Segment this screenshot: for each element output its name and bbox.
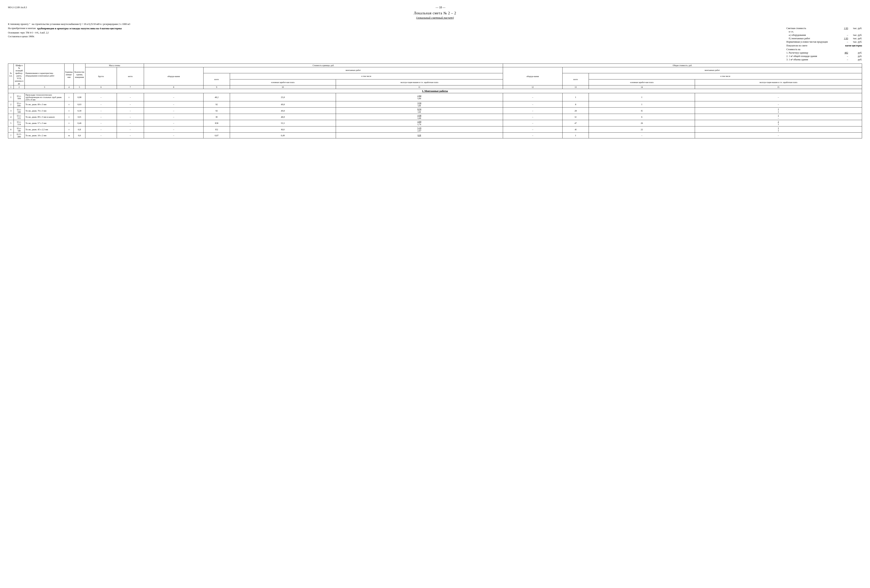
cell-code: I2-у-500- — [14, 101, 25, 107]
th-mass-group: Масса тонны — [85, 64, 144, 67]
cell-exploit: 3,56I,8I — [336, 101, 503, 107]
th-total-incl-label: в том числе — [589, 73, 862, 79]
cell-brutto: – — [85, 107, 117, 114]
cell-unit: т — [64, 120, 74, 126]
montaj-unit: тыс. руб. — [848, 37, 862, 40]
cost-per-label: Стоимость на — [787, 48, 862, 51]
cell-total-equip: – — [503, 93, 562, 101]
cell-total-exploit: II — [695, 126, 862, 132]
table-row: 2 I2-у-500- То же, диам. 89 х 3 мм т 0,0… — [8, 101, 862, 107]
cell-code: I2-у-514 — [14, 120, 25, 126]
cell-total-all: I2 — [562, 114, 589, 120]
cell-code: I2-у-504 — [14, 93, 25, 101]
th-n10: 10 — [230, 85, 336, 89]
equip-sub-label: а.) оборудования — [787, 34, 836, 37]
th-name: Наименование и характеристика оборудован… — [25, 64, 64, 85]
cell-total-wage: I5 — [589, 107, 695, 114]
basis-line1: Основание: черт. ТМ 4-I ÷ 4-6, Альб. 2,I — [8, 31, 787, 34]
cell-num: 4 — [8, 114, 14, 120]
cell-total-equip: – — [503, 120, 562, 126]
th-montaj-works: монтажных работ — [203, 67, 503, 73]
th-n14: 14 — [589, 85, 695, 89]
info-block: На приобретение и монтаж трубопроводов и… — [8, 27, 862, 61]
cell-brutto: – — [85, 101, 117, 107]
cell-exploit: 8,56I,8I — [336, 107, 503, 114]
th-unit-cost-group: Стоимость единицы. руб. — [144, 64, 503, 67]
per2-unit: руб. — [848, 55, 862, 58]
cell-qty: 0,II — [74, 126, 85, 132]
cell-unit: т — [64, 126, 74, 132]
cell-total-exploit: – — [695, 93, 862, 101]
th-incl-label: в том числе — [230, 73, 503, 79]
cell-name: То же, диам. 76 х 3 мм — [25, 107, 64, 114]
cell-total-equip: – — [503, 101, 562, 107]
cell-cost-all: I52 — [203, 126, 230, 132]
th-unit: Единица измере-ния — [64, 64, 74, 85]
cell-total-wage: – — [589, 132, 695, 138]
table-row: 3 I2-у-500 То же, диам. 76 х 3 мм т 0,30… — [8, 107, 862, 114]
cell-cost-all: 48,2 — [203, 93, 230, 101]
cell-cost-equip: – — [144, 114, 203, 120]
cell-netto: – — [117, 107, 144, 114]
equip-label: в т.ч. — [787, 30, 862, 33]
th-n3: 3 — [25, 85, 64, 89]
cell-unit: т — [64, 101, 74, 107]
cell-netto: – — [117, 114, 144, 120]
cell-cost-all: IO8 — [203, 120, 230, 126]
cell-qty: 0,46 — [74, 120, 85, 126]
title-section: Локальная смета № 2 – 2 (локальный сметн… — [8, 11, 862, 19]
cell-exploit: 2,84I,84 — [336, 93, 503, 101]
cell-total-wage: 22 — [589, 126, 695, 132]
cell-exploit: 5,292,67 — [336, 126, 503, 132]
cell-total-all: I — [562, 132, 589, 138]
th-qty: Количество единиц измерения — [74, 64, 85, 85]
cell-total-all: I — [562, 93, 589, 101]
cell-netto: – — [117, 120, 144, 126]
main-title: Локальная смета № 2 – 2 — [8, 11, 862, 15]
th-total-equip: оборудо-вания — [503, 67, 562, 85]
cell-num: 2 — [8, 101, 14, 107]
cell-name: То же, диам. 18 х 2 мм — [25, 132, 64, 138]
cell-qty: 0,08 — [74, 93, 85, 101]
cell-cost-all: 8I — [203, 114, 230, 120]
cell-cost-wage: 55,5 — [230, 120, 336, 126]
doc-id: 903-2-12.89 Ап.8.3 — [8, 6, 27, 9]
cell-total-all: 47 — [562, 120, 589, 126]
th-total-cost-group: Общая стоимость. руб. — [503, 64, 862, 67]
cell-cost-all: 92 — [203, 107, 230, 114]
cell-cost-equip: – — [144, 107, 203, 114]
table-row: 7 I2-У-490 То же, диам. 18 х 2 мм м 0,6 … — [8, 132, 862, 138]
section1-title: I. Монтажные работы — [8, 89, 862, 93]
per1-unit: руб. — [848, 51, 862, 54]
cell-name: То же, диам. 89 х 3 мм — [25, 101, 64, 107]
cell-code: I2-у-5I8 — [14, 126, 25, 132]
cell-code: I2-у-515 — [14, 114, 25, 120]
th-n4: 4 — [64, 85, 74, 89]
cell-exploit: 4,08I,68 — [336, 114, 503, 120]
section1-header: I. Монтажные работы — [8, 89, 862, 93]
th-n9: 9 — [203, 85, 230, 89]
per3-unit: руб. — [848, 58, 862, 61]
cell-cost-wage: 0,49 — [230, 132, 336, 138]
left-info: На приобретение и монтаж трубопроводов и… — [8, 27, 787, 61]
cell-cost-wage: 48,8 — [230, 114, 336, 120]
montaj-value: 1,93 — [836, 37, 848, 40]
project-value: на строительство установки мазутоснабжен… — [32, 23, 130, 26]
cell-num: 5 — [8, 120, 14, 126]
cell-cost-equip: – — [144, 132, 203, 138]
per2-label: 2. 1 м² общей площади здания — [787, 55, 836, 58]
table-row: 5 I2-у-514 То же, диам. 57 х 3 мм т 0,46… — [8, 120, 862, 126]
th-total-exploit: эксплуа-тация машин в т.ч. заработная пл… — [695, 79, 862, 85]
cell-brutto: – — [85, 114, 117, 120]
th-n11: 11 — [336, 85, 503, 89]
indicator-label: Показатели по смете — [787, 44, 845, 47]
per1-label: 1. Расчетнуу единицу — [787, 51, 836, 54]
smet-cost-unit: тыс. руб. — [848, 27, 862, 30]
cell-total-wage: I — [589, 101, 695, 107]
cell-total-wage: 6 — [589, 114, 695, 120]
cell-brutto: – — [85, 132, 117, 138]
install-label: На приобретение и монтаж — [8, 27, 36, 30]
cell-total-equip: – — [503, 107, 562, 114]
cell-unit: т — [64, 114, 74, 120]
th-exploit: эксплуа-тация машин в т.ч. заработная пл… — [336, 79, 503, 85]
